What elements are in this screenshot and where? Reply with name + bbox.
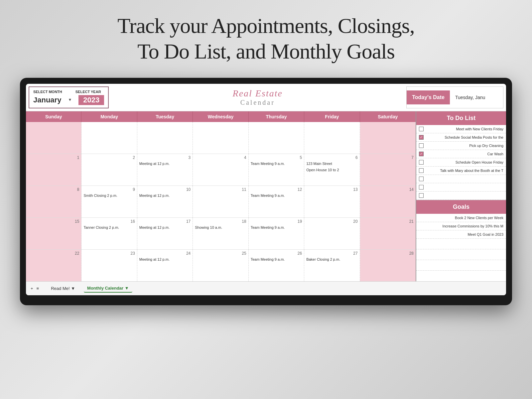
month-year-section: SELECT MONTH SELECT YEAR January ▼ 2023 [29,86,109,108]
day-number: 10 [139,187,191,192]
todo-item[interactable]: Meet with New Clients Friday [416,125,506,133]
day-number: 15 [28,219,79,224]
day-cell[interactable]: 26Team Meeting 9 a.m. [249,250,304,281]
calendar-grid-wrapper: SundayMondayTuesdayWednesdayThursdayFrid… [26,111,506,281]
day-cell[interactable]: 15 [26,218,81,249]
tab-read-me[interactable]: Read Me! ▼ [48,285,78,292]
todo-checkbox[interactable] [419,185,424,190]
todo-item[interactable]: Talk with Mary about the Booth at the T [416,167,506,175]
todo-item[interactable]: ✓Schedule Social Media Posts for the [416,133,506,142]
day-number: 11 [195,187,246,192]
year-value[interactable]: 2023 [78,95,104,105]
day-cell[interactable]: 21 [360,218,416,249]
spreadsheet-container: SELECT MONTH SELECT YEAR January ▼ 2023 … [26,84,506,295]
day-event: Open House 10 to 2 [306,168,357,173]
day-header-tuesday: Tuesday [137,111,193,122]
day-number: 2 [83,155,135,160]
day-cell[interactable]: 1 [26,154,81,186]
day-cell[interactable]: 13 [304,186,360,217]
day-number: 8 [28,187,79,192]
todo-checkbox[interactable] [419,193,424,198]
day-event: Meeting at 12 p.m. [139,161,191,166]
day-headers: SundayMondayTuesdayWednesdayThursdayFrid… [26,111,416,122]
header-bar: SELECT MONTH SELECT YEAR January ▼ 2023 … [26,84,506,111]
day-header-saturday: Saturday [360,111,416,122]
day-cell[interactable]: 6123 Main StreetOpen House 10 to 2 [304,154,360,186]
day-cell[interactable]: 16Tanner Closing 2 p.m. [81,218,137,249]
day-cell[interactable]: 2 [81,154,137,186]
day-cell[interactable] [360,122,416,154]
select-month-label: SELECT MONTH [33,90,62,94]
day-cell[interactable]: 4 [193,154,248,186]
todo-items: Meet with New Clients Friday✓Schedule So… [416,125,506,200]
month-value[interactable]: January [33,96,61,104]
day-cell[interactable]: 3Meeting at 12 p.m. [137,154,193,186]
todo-item[interactable]: Pick up Dry Cleaning [416,142,506,150]
day-number: 28 [362,251,414,256]
todo-item[interactable] [416,192,506,200]
day-header-friday: Friday [304,111,360,122]
day-header-thursday: Thursday [249,111,304,122]
day-cell[interactable]: 11 [193,186,248,217]
day-cell[interactable]: 10Meeting at 12 p.m. [137,186,193,217]
main-title: Track your Appointments, Closings, To Do… [117,13,414,65]
day-cell[interactable]: 19Team Meeting 9 a.m. [249,218,304,249]
day-header-sunday: Sunday [26,111,81,122]
todo-checkbox[interactable] [419,160,424,165]
todo-checkbox[interactable]: ✓ [419,135,424,140]
list-icon[interactable]: ≡ [37,286,39,291]
todo-checkbox[interactable] [419,143,424,148]
day-cell[interactable]: 9Smith Closing 2 p.m. [81,186,137,217]
day-cell[interactable]: 5Team Meeting 9 a.m. [249,154,304,186]
week-row-4: 222324Meeting at 12 p.m.2526Team Meeting… [26,250,416,281]
todo-item[interactable]: ✓Car Wash [416,150,506,158]
calendar-title-main: Real Estate [233,88,283,99]
day-cell[interactable]: 23 [81,250,137,281]
bottom-bar: + ≡ Read Me! ▼ Monthly Calendar ▼ [26,281,506,295]
day-cell[interactable]: 24Meeting at 12 p.m. [137,250,193,281]
day-number: 6 [306,155,357,160]
todo-checkbox[interactable] [419,127,424,131]
day-cell[interactable]: 12Team Meeting 9 a.m. [249,186,304,217]
day-cell[interactable]: 20 [304,218,360,249]
todo-item[interactable] [416,183,506,192]
goal-item[interactable]: Increase Commissions by 10% this M [416,222,506,230]
goals-header: Goals [416,200,506,214]
today-section: Today's Date Tuesday, Janu [406,86,503,108]
goal-item[interactable]: Meet Q1 Goal in 2023 [416,230,506,239]
tab-monthly-calendar[interactable]: Monthly Calendar ▼ [84,284,132,293]
day-cell[interactable] [26,122,81,154]
day-header-monday: Monday [81,111,137,122]
plus-icon[interactable]: + [31,286,33,291]
month-dropdown-arrow[interactable]: ▼ [68,97,72,102]
goal-item [416,249,506,260]
todo-checkbox[interactable]: ✓ [419,152,424,156]
day-cell[interactable]: 28 [360,250,416,281]
todo-item[interactable]: Schedule Open House Friday [416,158,506,167]
day-cell[interactable] [81,122,137,154]
day-cell[interactable] [249,122,304,154]
todo-text: Schedule Social Media Posts for the [426,135,503,139]
day-cell[interactable]: 7 [360,154,416,186]
day-cell[interactable]: 25 [193,250,248,281]
day-cell[interactable] [304,122,360,154]
goal-item[interactable]: Book 2 New Clients per Week [416,214,506,222]
today-label: Today's Date [407,90,450,104]
sidebar: To Do List Meet with New Clients Friday✓… [416,111,506,281]
calendar-title-section: Real Estate Calendar [111,84,404,111]
day-cell[interactable]: 22 [26,250,81,281]
day-cell[interactable] [193,122,248,154]
today-value: Tuesday, Janu [450,91,503,104]
day-cell[interactable] [137,122,193,154]
day-cell[interactable]: 14 [360,186,416,217]
day-cell[interactable]: 18Showing 10 a.m. [193,218,248,249]
todo-checkbox[interactable] [419,177,424,181]
day-cell[interactable]: 27Baker Closing 2 p.m. [304,250,360,281]
day-cell[interactable]: 17Meeting at 12 p.m. [137,218,193,249]
day-cell[interactable]: 8 [26,186,81,217]
week-row-3: 1516Tanner Closing 2 p.m.17Meeting at 12… [26,218,416,250]
todo-checkbox[interactable] [419,168,424,173]
todo-item[interactable] [416,175,506,183]
screen: SELECT MONTH SELECT YEAR January ▼ 2023 … [26,84,506,295]
goal-item [416,260,506,271]
